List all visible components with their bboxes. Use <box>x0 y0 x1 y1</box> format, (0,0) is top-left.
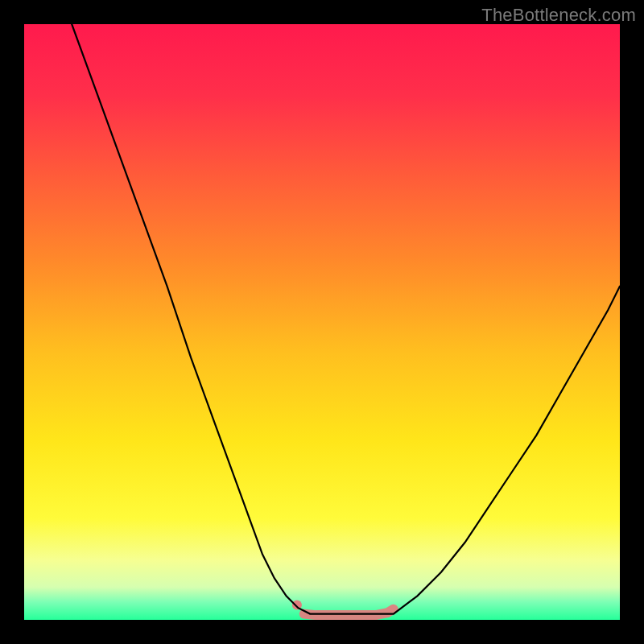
watermark-text: TheBottleneck.com <box>481 5 636 26</box>
gradient-background <box>24 24 620 620</box>
chart-frame <box>24 24 620 620</box>
bottleneck-chart <box>24 24 620 620</box>
